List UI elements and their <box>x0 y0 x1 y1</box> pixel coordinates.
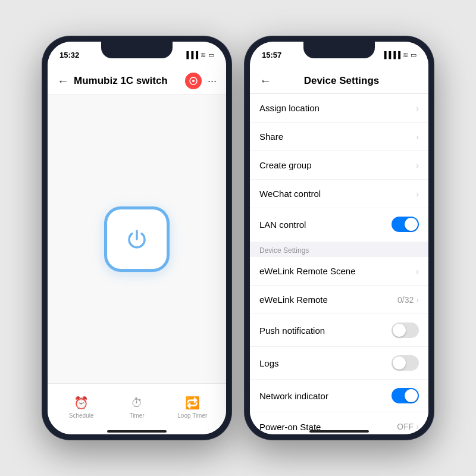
timer-label: Timer <box>129 412 144 419</box>
tab-schedule[interactable]: ⏰ Schedule <box>54 396 109 419</box>
schedule-label: Schedule <box>69 412 94 419</box>
status-bar-right: 15:57 ▐▐▐▐ ≋ ▭ <box>250 42 428 68</box>
logs-label: Logs <box>259 358 392 368</box>
timer-icon: ⏱ <box>131 396 143 410</box>
phone-left: 15:32 ▐▐▐ ≋ ▭ ← Mumubiz 1C switch ··· <box>42 36 232 440</box>
network-indicator-toggle[interactable] <box>392 388 419 403</box>
battery-icon-right: ▭ <box>411 51 416 59</box>
settings-list: Assign location › Share › Create group ›… <box>250 94 428 431</box>
chevron-ewelink-remote: › <box>416 295 419 305</box>
back-button-right[interactable]: ← <box>259 74 271 87</box>
push-notification-label: Push notification <box>259 325 392 336</box>
tab-timer[interactable]: ⏱ Timer <box>109 396 164 419</box>
header-actions: ··· <box>185 73 217 89</box>
tab-bar: ⏰ Schedule ⏱ Timer 🔁 Loop Timer <box>48 383 226 431</box>
assign-location-label: Assign location <box>259 103 416 113</box>
status-icons-left: ▐▐▐ ≋ ▭ <box>184 51 214 59</box>
battery-icon: ▭ <box>208 51 214 59</box>
home-indicator-right <box>250 431 428 434</box>
back-button-left[interactable]: ← <box>57 74 69 88</box>
device-settings-section-label: Device Settings <box>250 242 428 257</box>
ewelink-remote-value: 0/32 <box>397 295 414 305</box>
status-time-right: 15:57 <box>262 51 281 60</box>
share-label: Share <box>259 131 416 142</box>
loop-timer-label: Loop Timer <box>177 412 207 419</box>
chevron-share: › <box>416 132 419 142</box>
row-ewelink-remote[interactable]: eWeLink Remote 0/32 › <box>250 286 428 314</box>
device-icon[interactable] <box>185 73 202 89</box>
power-button-wrapper <box>104 206 170 272</box>
settings-group-main: Assign location › Share › Create group ›… <box>250 94 428 240</box>
row-assign-location[interactable]: Assign location › <box>250 94 428 123</box>
row-create-group[interactable]: Create group › <box>250 151 428 180</box>
push-notification-toggle[interactable] <box>392 322 419 338</box>
row-share[interactable]: Share › <box>250 123 428 151</box>
loop-timer-icon: 🔁 <box>185 396 200 410</box>
status-icons-right: ▐▐▐▐ ≋ ▭ <box>382 51 416 59</box>
chevron-wechat-control: › <box>416 189 419 199</box>
wechat-control-label: WeChat control <box>259 189 416 199</box>
settings-header: ← Device Settings <box>250 68 428 94</box>
power-toggle-button[interactable] <box>104 206 170 272</box>
signal-icon-right: ▐▐▐▐ <box>382 51 400 58</box>
row-power-on-state[interactable]: Power-on State OFF › <box>250 412 428 431</box>
row-lan-control[interactable]: LAN control <box>250 208 428 240</box>
row-network-indicator[interactable]: Network indicator <box>250 380 428 412</box>
chevron-create-group: › <box>416 161 419 170</box>
home-indicator-left <box>48 431 226 434</box>
row-logs[interactable]: Logs <box>250 347 428 380</box>
create-group-label: Create group <box>259 160 416 170</box>
status-time-left: 15:32 <box>60 51 79 60</box>
device-main-content <box>48 95 226 383</box>
signal-icon: ▐▐▐ <box>184 51 198 58</box>
power-on-state-value: OFF <box>397 422 414 431</box>
ewelink-remote-label: eWeLink Remote <box>259 295 397 305</box>
phone-right: 15:57 ▐▐▐▐ ≋ ▭ ← Device Settings Assign … <box>244 36 434 440</box>
wifi-icon-right: ≋ <box>403 51 408 59</box>
lan-control-label: LAN control <box>259 220 392 230</box>
settings-group-device: eWeLink Remote Scene › eWeLink Remote 0/… <box>250 257 428 431</box>
settings-title: Device Settings <box>276 75 407 87</box>
device-title: Mumubiz 1C switch <box>74 75 185 87</box>
wifi-icon: ≋ <box>201 51 206 59</box>
chevron-assign-location: › <box>416 104 419 113</box>
chevron-ewelink-remote-scene: › <box>416 267 419 276</box>
logs-toggle[interactable] <box>392 355 419 371</box>
row-ewelink-remote-scene[interactable]: eWeLink Remote Scene › <box>250 257 428 286</box>
lan-control-toggle[interactable] <box>392 217 419 232</box>
power-on-state-label: Power-on State <box>259 422 397 431</box>
tab-loop-timer[interactable]: 🔁 Loop Timer <box>165 396 220 419</box>
row-wechat-control[interactable]: WeChat control › <box>250 180 428 208</box>
svg-point-1 <box>192 80 195 82</box>
ewelink-remote-scene-label: eWeLink Remote Scene <box>259 266 416 276</box>
more-button[interactable]: ··· <box>208 75 217 87</box>
network-indicator-label: Network indicator <box>259 391 392 401</box>
schedule-icon: ⏰ <box>74 396 89 410</box>
app-header-left: ← Mumubiz 1C switch ··· <box>48 68 226 95</box>
status-bar-left: 15:32 ▐▐▐ ≋ ▭ <box>48 42 226 68</box>
chevron-power-on-state: › <box>416 422 419 431</box>
row-push-notification[interactable]: Push notification <box>250 314 428 347</box>
